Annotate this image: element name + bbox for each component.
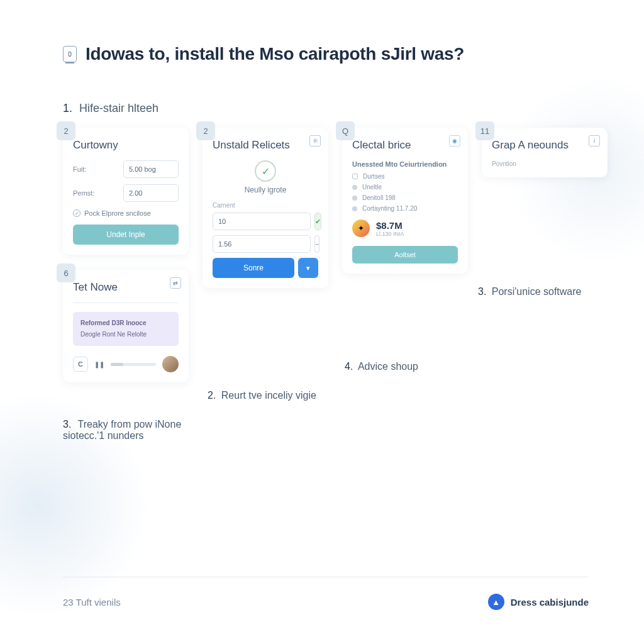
bullet-icon xyxy=(352,206,357,211)
val2-input[interactable] xyxy=(213,235,311,253)
step-4-heading: 4. Advice shoup xyxy=(345,361,418,372)
flame-icon: ▲ xyxy=(488,594,504,610)
page-icon: 0 xyxy=(63,46,77,62)
check-circle-icon: ✓ xyxy=(255,160,276,182)
step-3b-number: 3. xyxy=(63,419,71,430)
step-4-number: 4. xyxy=(345,361,353,372)
card-grap: 11 i Grap A neounds Povntion xyxy=(482,128,608,177)
confirm-icon[interactable]: ✔ xyxy=(314,213,321,230)
status-text: Neully igrote xyxy=(213,186,318,194)
card-title: Grap A neounds xyxy=(492,139,597,152)
title-row: 0 Idowas to, install the Mso cairapoth s… xyxy=(63,44,589,64)
dropdown-button[interactable]: ▾ xyxy=(298,258,318,278)
card-subtitle: Unessted Mto Ceiurtriendion xyxy=(352,160,458,168)
step-3b-label: Treaky from pow iNone siotecc.'1 nunders xyxy=(63,419,181,441)
list-item: Durtses xyxy=(363,173,384,180)
section-label: Carnent xyxy=(213,202,318,209)
card-title: Clectal brice xyxy=(352,139,458,152)
check-label: Pock Elprore sncilose xyxy=(84,209,151,217)
price-icon: ✦ xyxy=(352,219,370,237)
undet-button[interactable]: Undet Inple xyxy=(73,225,179,245)
list-item: Denitoll 198 xyxy=(362,194,396,201)
step-3r-number: 3. xyxy=(478,286,486,297)
target-icon[interactable]: ◉ xyxy=(449,135,460,147)
footer-brand: Dress cabisjunde xyxy=(511,597,589,608)
aoltset-button[interactable]: Aoltset xyxy=(352,246,458,264)
card-clectal: Q ◉ Clectal brice Unessted Mto Ceiurtrie… xyxy=(342,128,468,274)
card-badge: 2 xyxy=(57,121,75,140)
card-badge: 11 xyxy=(475,121,494,140)
list-item: Uneltle xyxy=(362,184,382,191)
pemst-input[interactable] xyxy=(123,184,179,202)
card-title: Curtowny xyxy=(73,139,179,152)
card-badge: 6 xyxy=(57,264,75,282)
footer-left: 23 Tuft vienils xyxy=(63,597,121,608)
info-line-2: Deogle Ront Ne Relolte xyxy=(80,330,171,340)
list-item: Cortaynting 11.7.20 xyxy=(362,205,417,212)
minus-icon[interactable]: − xyxy=(314,235,319,253)
card-sub: Povntion xyxy=(492,160,597,167)
info-line-1: Reformed D3R Inooce xyxy=(80,318,171,328)
progress-bar[interactable] xyxy=(111,363,156,366)
step-1-number: 1. xyxy=(63,102,72,114)
card-badge: Q xyxy=(336,121,355,140)
card-curtowny: 2 Curtowny Fuit: Pemst: ✓ Pock Elprore s… xyxy=(63,128,189,255)
page-title: Idowas to, install the Mso cairapoth sJi… xyxy=(86,44,464,64)
checkbox-icon[interactable] xyxy=(352,174,358,179)
field-label: Fuit: xyxy=(73,165,86,173)
field-label: Pemst: xyxy=(73,189,94,197)
footer: 23 Tuft vienils ▲ Dress cabisjunde xyxy=(63,577,589,610)
pause-icon[interactable]: ❚❚ xyxy=(94,361,104,368)
card-title: Tet Nowe xyxy=(73,281,179,294)
step-2-number: 2. xyxy=(208,390,216,401)
step-1-label: Hife-stair hlteeh xyxy=(79,102,158,114)
card-badge: 2 xyxy=(196,121,215,140)
sonre-button[interactable]: Sonre xyxy=(213,258,294,278)
bullet-icon xyxy=(352,185,357,190)
chip[interactable]: C xyxy=(73,357,88,372)
val1-input[interactable] xyxy=(213,213,311,230)
fuit-input[interactable] xyxy=(123,160,179,178)
card-title: Unstald Relicets xyxy=(213,139,318,152)
info-icon[interactable]: i xyxy=(589,135,600,147)
swap-icon[interactable]: ⇄ xyxy=(170,277,181,289)
step-2-label: Reurt tve inceliy vigie xyxy=(221,390,316,401)
check-icon[interactable]: ✓ xyxy=(73,209,80,217)
step-3b-heading: 3. Treaky from pow iNone siotecc.'1 nund… xyxy=(63,419,189,441)
copy-icon[interactable]: ⎘ xyxy=(309,135,321,147)
step-2-heading: 2. Reurt tve inceliy vigie xyxy=(208,390,316,401)
price-sub: Ll.130 INIA xyxy=(376,231,404,237)
step-1-heading: 1. Hife-stair hlteeh xyxy=(63,102,589,115)
avatar xyxy=(162,356,179,372)
step-3r-heading: 3. Porsi'unice software xyxy=(478,286,581,297)
step-4-label: Advice shoup xyxy=(358,361,418,372)
footer-right[interactable]: ▲ Dress cabisjunde xyxy=(488,594,589,610)
step-3r-label: Porsi'unice software xyxy=(492,286,582,297)
card-unstald: 2 ⎘ Unstald Relicets ✓ Neully igrote Car… xyxy=(203,128,328,288)
price-value: $8.7M xyxy=(376,220,404,231)
card-tet-nowe: 6 ⇄ Tet Nowe Reformed D3R Inooce Deogle … xyxy=(63,270,189,382)
bullet-icon xyxy=(352,196,357,201)
info-box: Reformed D3R Inooce Deogle Ront Ne Relol… xyxy=(73,312,179,346)
